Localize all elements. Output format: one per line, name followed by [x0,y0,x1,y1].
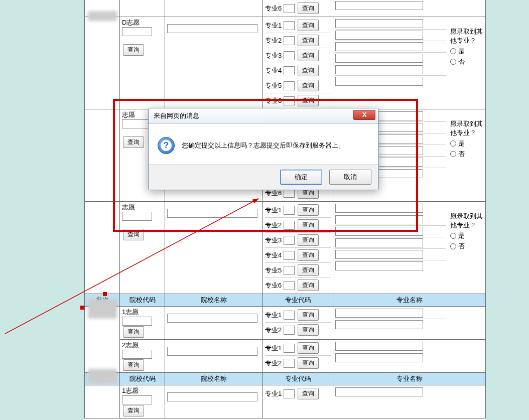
major-name-input[interactable] [335,19,423,28]
query-button[interactable]: 查询 [298,80,319,91]
school-name-input[interactable] [167,314,257,323]
query-button[interactable]: 查询 [123,44,144,56]
major-code-input[interactable] [284,206,295,215]
school-code-input[interactable] [122,350,152,359]
th-major-code: 专业代码 [263,294,333,307]
major-code-input[interactable] [284,326,295,335]
school-name-input[interactable] [167,24,257,33]
major-name-input[interactable] [335,309,423,318]
query-button[interactable]: 查询 [298,249,319,261]
dialog-cancel-button[interactable]: 取消 [329,170,371,185]
major-code-input[interactable] [284,81,295,90]
major-code-input[interactable] [284,389,295,398]
query-button[interactable]: 查询 [298,35,319,46]
query-button[interactable]: 查询 [123,136,144,148]
query-button[interactable]: 查询 [298,324,319,336]
major-name-input[interactable] [335,42,423,51]
dialog-close-button[interactable]: X [353,110,375,120]
major-code-input[interactable] [284,4,295,13]
school-code-input[interactable] [122,119,152,128]
major-code-input[interactable] [284,311,295,320]
query-button[interactable]: 查询 [298,342,319,354]
zhiyuan-f-label: 志愿 [122,203,135,211]
query-button[interactable]: 查询 [298,3,319,14]
major-code-input[interactable] [284,251,295,260]
query-button[interactable]: 查询 [298,264,319,276]
major-name-input[interactable] [335,227,423,236]
major-label: 专业6 [265,4,282,13]
major-name-input[interactable] [335,250,423,259]
zhiyuan-2-label: 2志愿 [122,341,139,349]
major-name-input[interactable] [335,77,423,86]
dialog-ok-button[interactable]: 确定 [280,170,322,185]
zhiyuan-d-label: D志愿 [122,19,140,26]
major-name-input[interactable] [335,1,423,10]
th-school-name: 院校名称 [165,294,263,307]
major-code-input[interactable] [284,221,295,230]
major-code-input[interactable] [284,266,295,275]
major-code-input[interactable] [284,96,295,105]
query-button[interactable]: 查询 [298,279,319,291]
other-admit-label: 愿录取到其他专业？ [450,212,484,230]
major-code-input[interactable] [284,236,295,245]
school-name-input[interactable] [167,347,257,356]
th-school-name: 院校名称 [165,373,263,385]
major-name-input[interactable] [335,215,423,224]
major-code-input[interactable] [284,344,295,353]
th-major-name: 专业名称 [333,294,486,307]
query-button[interactable]: 查询 [298,234,319,246]
query-button[interactable]: 查询 [298,65,319,76]
other-admit-label: 愿录取到其他专业？ [450,119,484,137]
query-button[interactable]: 查询 [123,405,144,416]
major-name-input[interactable] [335,320,423,329]
query-button[interactable]: 查询 [123,359,144,371]
major-code-input[interactable] [284,66,295,75]
major-name-input[interactable] [335,238,423,247]
major-name-input[interactable] [335,54,423,63]
school-code-input[interactable] [122,317,152,326]
form-frame: 专业6 查询 D志愿 查询 专业1查询 专业2查询 专业3查询 [84,0,486,420]
major-code-input[interactable] [284,21,295,30]
major-name-input[interactable] [335,204,423,213]
query-button[interactable]: 查询 [298,50,319,61]
major-name-input[interactable] [335,261,423,270]
dialog-message: 您确定提交以上信息吗？志愿提交后即保存到服务器上。 [182,141,345,150]
th-major-code: 专业代码 [263,373,333,385]
major-code-input[interactable] [284,36,295,45]
school-code-input[interactable] [122,212,152,221]
radio-yes[interactable]: 是 [450,139,484,148]
query-button[interactable]: 查询 [298,357,319,369]
query-button[interactable]: 查询 [298,309,319,321]
zhiyuan-1b-label: 1志愿 [122,387,139,394]
school-name-input[interactable] [167,392,257,401]
query-button[interactable]: 查询 [298,20,319,31]
query-button[interactable]: 查询 [298,95,319,106]
major-code-input[interactable] [284,281,295,290]
major-name-input[interactable] [335,387,423,396]
volunteer-table: 专业6 查询 D志愿 查询 专业1查询 专业2查询 专业3查询 [84,0,486,418]
major-code-input[interactable] [284,51,295,60]
major-name-input[interactable] [335,342,423,351]
dialog-title: 来自网页的消息 [154,112,199,119]
th-major-name: 专业名称 [333,373,486,385]
confirm-dialog: 来自网页的消息 X ? 您确定提交以上信息吗？志愿提交后即保存到服务器上。 确定… [148,108,379,190]
query-button[interactable]: 查询 [123,326,144,338]
major-name-input[interactable] [335,65,423,74]
school-code-input[interactable] [122,27,152,36]
school-code-input[interactable] [122,395,152,404]
radio-yes[interactable]: 是 [450,231,484,240]
query-button[interactable]: 查询 [298,204,319,216]
query-button[interactable]: 查询 [298,388,319,399]
radio-no[interactable]: 否 [450,57,484,66]
zhiyuan-e-label: 志愿 [122,111,135,118]
radio-yes[interactable]: 是 [450,47,484,56]
major-code-input[interactable] [284,359,295,368]
radio-no[interactable]: 否 [450,150,484,159]
major-name-input[interactable] [335,31,423,40]
radio-no[interactable]: 否 [450,242,484,251]
major-name-input[interactable] [335,353,423,362]
query-button[interactable]: 查询 [123,229,144,240]
th-school-code: 院校代码 [120,294,165,307]
query-button[interactable]: 查询 [298,219,319,231]
school-name-input[interactable] [167,209,257,218]
